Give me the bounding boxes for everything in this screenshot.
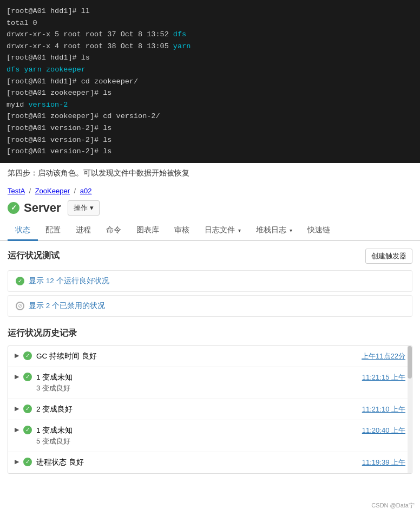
terminal-line-10: [root@A01 zookeeper]# cd version-2/	[6, 110, 414, 122]
expand-icon-1[interactable]: ▶	[15, 352, 19, 359]
log-dropdown-icon: ▾	[238, 227, 241, 233]
history-row-5: ▶ ✓ 进程状态 良好 11:19:39 上午	[8, 452, 412, 473]
row5-content: 进程状态 良好 11:19:39 上午	[36, 458, 405, 467]
row2-content: 1 变成未知 11:21:15 上午 3 变成良好	[36, 373, 405, 393]
health-disabled-link[interactable]: 显示 2 个已禁用的状况	[29, 301, 105, 311]
row2-main-text: 1 变成未知	[36, 373, 73, 382]
terminal-line-3: drwxr-xr-x 5 root root 37 Oct 8 13:52 df…	[6, 29, 414, 41]
health-check-icon: ✓	[16, 277, 24, 285]
history-row-3: ▶ ✓ 2 变成良好 11:21:10 上午	[8, 399, 412, 420]
row4-content: 1 变成未知 11:20:40 上午 5 变成良好	[36, 426, 405, 446]
history-row-2: ▶ ✓ 1 变成未知 11:21:15 上午 3 变成良好	[8, 367, 412, 399]
row4-status-icon: ✓	[23, 426, 32, 434]
terminal-line-2: total 0	[6, 17, 414, 29]
row1-main-text: GC 持续时间 良好	[36, 351, 97, 361]
row5-time[interactable]: 11:19:39 上午	[362, 458, 405, 467]
tab-status[interactable]: 状态	[8, 221, 38, 241]
health-title: 运行状况测试	[8, 250, 60, 262]
expand-icon-3[interactable]: ▶	[15, 405, 19, 412]
server-status-icon: ✓	[8, 202, 19, 214]
row5-status-icon: ✓	[23, 458, 32, 466]
breadcrumb-item-3[interactable]: a02	[80, 187, 92, 195]
terminal: [root@A01 hdd1]# ll total 0 drwxr-xr-x 5…	[0, 0, 420, 163]
row3-main-text: 2 变成良好	[36, 405, 73, 414]
server-title: ✓ Server	[8, 201, 61, 215]
terminal-line-12: [root@A01 version-2]# ls	[6, 134, 414, 146]
expand-icon-4[interactable]: ▶	[15, 426, 19, 433]
row3-time[interactable]: 11:21:10 上午	[362, 405, 405, 414]
dropdown-arrow-icon: ▾	[90, 204, 94, 212]
history-wrapper: ▶ ✓ GC 持续时间 良好 上午11点22分 ▶ ✓	[8, 345, 412, 474]
health-good-link[interactable]: 显示 12 个运行良好状况	[29, 276, 109, 286]
create-trigger-button[interactable]: 创建触发器	[365, 249, 412, 264]
scrollbar-thumb[interactable]	[408, 346, 412, 379]
history-row-4: ▶ ✓ 1 变成未知 11:20:40 上午 5 变成良好	[8, 420, 412, 452]
health-item-disabled: ⊘ 显示 2 个已禁用的状况	[8, 295, 412, 317]
ops-button[interactable]: 操作 ▾	[68, 200, 100, 216]
step-text: 第四步：启动该角色。可以发现文件中数据开始被恢复	[0, 163, 420, 184]
breadcrumb-item-2[interactable]: ZooKeeper	[35, 187, 70, 195]
expand-icon-2[interactable]: ▶	[15, 373, 19, 380]
tab-quicklink[interactable]: 快速链	[300, 221, 338, 241]
stack-dropdown-icon: ▾	[290, 227, 292, 233]
history-row-1: ▶ ✓ GC 持续时间 良好 上午11点22分	[8, 346, 412, 367]
terminal-line-5: [root@A01 hdd1]# ls	[6, 52, 414, 64]
tab-chart[interactable]: 图表库	[129, 221, 167, 241]
terminal-line-1: [root@A01 hdd1]# ll	[6, 5, 414, 17]
breadcrumb: TestA / ZooKeeper / a02	[0, 184, 420, 198]
row4-sub-text: 5 变成良好	[36, 436, 405, 446]
row2-status-icon: ✓	[23, 373, 32, 381]
row1-content: GC 持续时间 良好 上午11点22分	[36, 351, 405, 361]
row2-sub-text: 3 变成良好	[36, 383, 405, 393]
row4-time[interactable]: 11:20:40 上午	[362, 426, 405, 435]
history-title: 运行状况历史记录	[8, 328, 412, 339]
terminal-line-9: myid version-2	[6, 99, 414, 111]
breadcrumb-item-1[interactable]: TestA	[8, 187, 25, 195]
history-container: ▶ ✓ GC 持续时间 良好 上午11点22分 ▶ ✓	[8, 345, 412, 474]
row4-main-text: 1 变成未知	[36, 426, 73, 435]
terminal-line-8: [root@A01 zookeeper]# ls	[6, 87, 414, 99]
tab-process[interactable]: 进程	[68, 221, 99, 241]
tab-stack[interactable]: 堆栈日志 ▾	[248, 221, 300, 241]
health-item-good: ✓ 显示 12 个运行良好状况	[8, 270, 412, 292]
history-section: 运行状况历史记录 ▶ ✓ GC 持续时间 良好 上午11点22分 ▶	[8, 328, 412, 474]
terminal-line-4: drwxr-xr-x 4 root root 38 Oct 8 13:05 ya…	[6, 41, 414, 53]
terminal-line-6: dfs yarn zookeeper	[6, 64, 414, 76]
health-section-header: 运行状况测试 创建触发器	[8, 249, 412, 264]
health-disabled-icon: ⊘	[16, 302, 24, 310]
row1-status-icon: ✓	[23, 351, 32, 360]
content-area: 运行状况测试 创建触发器 ✓ 显示 12 个运行良好状况 ⊘ 显示 2 个已禁用…	[0, 241, 420, 481]
tab-audit[interactable]: 审核	[167, 221, 197, 241]
terminal-line-13: [root@A01 version-2]# ls	[6, 146, 414, 158]
nav-tabs: 状态 配置 进程 命令 图表库 审核 日志文件 ▾ 堆栈日志 ▾ 快速链	[0, 221, 420, 241]
row3-status-icon: ✓	[23, 405, 32, 413]
scrollbar-track[interactable]	[408, 346, 412, 473]
terminal-line-7: [root@A01 hdd1]# cd zookeeper/	[6, 76, 414, 88]
tab-config[interactable]: 配置	[38, 221, 68, 241]
row1-time[interactable]: 上午11点22分	[362, 351, 405, 361]
server-header: ✓ Server 操作 ▾	[0, 198, 420, 221]
tab-log[interactable]: 日志文件 ▾	[197, 221, 248, 241]
expand-icon-5[interactable]: ▶	[15, 458, 19, 465]
row5-main-text: 进程状态 良好	[36, 458, 84, 467]
row2-time[interactable]: 11:21:15 上午	[362, 373, 405, 382]
row3-content: 2 变成良好 11:21:10 上午	[36, 405, 405, 414]
terminal-line-11: [root@A01 version-2]# ls	[6, 122, 414, 134]
tab-command[interactable]: 命令	[99, 221, 129, 241]
